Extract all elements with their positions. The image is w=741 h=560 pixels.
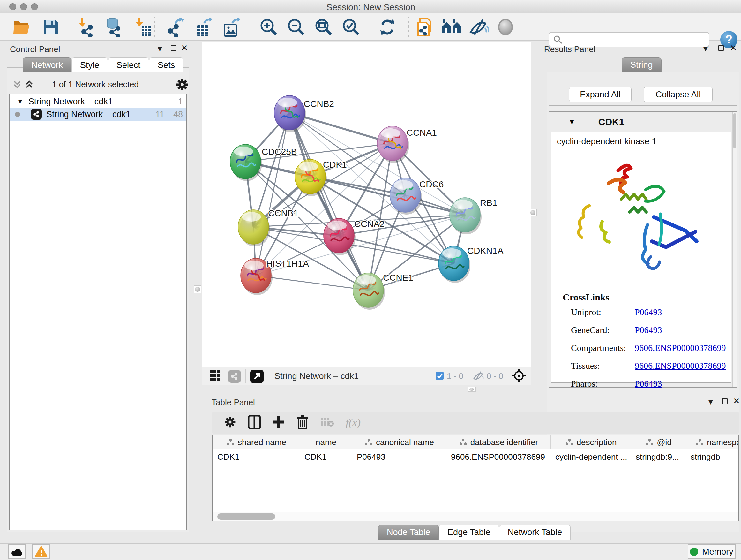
crosslink-row: Tissues:9606.ENSP00000378699: [571, 361, 727, 371]
search-input[interactable]: [562, 35, 700, 45]
network-node-CDC25B[interactable]: [230, 144, 262, 181]
crosslink-value-link[interactable]: P06493: [635, 325, 662, 335]
cloud-services-button[interactable]: [8, 544, 26, 559]
results-scrollbar[interactable]: [732, 112, 737, 387]
tab-network-table[interactable]: Network Table: [499, 524, 571, 540]
tab-node-table[interactable]: Node Table: [378, 524, 439, 540]
table-panel-float-icon[interactable]: [722, 398, 728, 404]
zoom-out-icon[interactable]: [286, 17, 307, 38]
tab-edge-table[interactable]: Edge Table: [439, 524, 499, 540]
network-node-CCNA2[interactable]: [324, 219, 355, 255]
tab-string[interactable]: String: [622, 57, 662, 72]
column-header-shared-name[interactable]: shared name: [213, 435, 300, 449]
export-network-icon[interactable]: [165, 17, 187, 38]
grid-view-icon[interactable]: [209, 370, 221, 383]
function-builder-icon: f(x): [346, 417, 360, 429]
network-collection-row[interactable]: ▼ String Network – cdk1 1: [10, 94, 186, 108]
column-header-namespace[interactable]: namespace: [686, 435, 739, 449]
show-columns-icon[interactable]: [248, 415, 261, 430]
collapse-all-button[interactable]: Collapse All: [644, 86, 713, 103]
collapse-all-tree-icon[interactable]: [12, 79, 23, 91]
network-options-gear-icon[interactable]: [175, 78, 189, 93]
crosslink-value-link[interactable]: 9606.ENSP00000378699: [635, 361, 726, 371]
network-node-CCNB2[interactable]: [274, 96, 306, 132]
tab-style[interactable]: Style: [71, 57, 108, 72]
fit-selected-crosshair-icon[interactable]: [512, 368, 526, 384]
network-share-view-icon[interactable]: [228, 370, 241, 383]
table-cell[interactable]: CDK1: [213, 450, 300, 463]
tab-select[interactable]: Select: [108, 57, 149, 72]
birdseye-view-icon[interactable]: [250, 370, 264, 383]
import-table-icon[interactable]: [132, 17, 153, 38]
network-node-RB1[interactable]: [450, 198, 482, 234]
results-panel-float-icon[interactable]: [718, 45, 724, 51]
hide-panels-icon[interactable]: [468, 17, 489, 38]
table-cell[interactable]: CDK1: [300, 450, 352, 463]
selected-checkbox-icon[interactable]: [435, 371, 444, 381]
network-node-CCNA1[interactable]: [377, 126, 409, 163]
crosslink-value-link[interactable]: 9606.ENSP00000378699: [635, 343, 726, 353]
export-table-icon[interactable]: [194, 17, 215, 38]
left-splitter-handle[interactable]: [194, 286, 201, 293]
table-horizontal-scrollbar[interactable]: [213, 512, 738, 521]
collection-expand-icon[interactable]: ▼: [17, 98, 23, 105]
crosslink-value-link[interactable]: P06493: [635, 379, 662, 389]
network-node-CDK1[interactable]: [295, 159, 327, 196]
results-panel-close-icon[interactable]: ✕: [730, 43, 737, 53]
network-row[interactable]: String Network – cdk1 11 48: [10, 108, 186, 121]
clone-network-view-icon[interactable]: [414, 17, 435, 38]
table-cell[interactable]: 9606.ENSP00000378699: [447, 450, 551, 463]
bottom-splitter-handle[interactable]: [468, 387, 476, 392]
node-label-CCNB1: CCNB1: [268, 208, 298, 218]
tab-network[interactable]: Network: [23, 57, 71, 72]
table-panel-close-icon[interactable]: ✕: [733, 396, 740, 406]
import-network-database-icon[interactable]: [103, 17, 124, 38]
crosslink-value-link[interactable]: P06493: [635, 307, 662, 317]
table-cell[interactable]: stringdb: [686, 450, 739, 463]
right-splitter-handle[interactable]: [529, 209, 537, 216]
zoom-in-icon[interactable]: [258, 17, 279, 38]
column-header-canonical-name[interactable]: canonical name: [352, 435, 447, 449]
crosslink-label: GeneCard:: [571, 325, 635, 335]
warnings-button[interactable]: [32, 544, 50, 559]
control-panel-close-icon[interactable]: ✕: [181, 43, 188, 53]
table-cell[interactable]: stringdb:9...: [631, 450, 686, 463]
table-toolbar: f(x): [212, 412, 739, 434]
delete-column-icon[interactable]: [296, 415, 309, 431]
scrollbar-thumb[interactable]: [217, 513, 275, 520]
table-settings-gear-icon[interactable]: [224, 416, 237, 430]
import-network-file-icon[interactable]: [75, 17, 96, 38]
column-header-description[interactable]: description: [551, 435, 631, 449]
result-card-header[interactable]: ▼ CDK1: [549, 112, 737, 132]
results-panel-menu-icon[interactable]: ▼: [702, 44, 710, 53]
network-edge-CCNB2-HIST1H1A[interactable]: [256, 113, 289, 275]
network-node-CCNE1[interactable]: [353, 273, 385, 310]
column-header-@id[interactable]: @id: [631, 435, 686, 449]
network-edge-HIST1H1A-CCNE1[interactable]: [256, 275, 368, 290]
collapse-entry-icon[interactable]: ▼: [568, 118, 576, 126]
memory-button[interactable]: Memory: [688, 544, 736, 559]
shared-column-icon: [459, 438, 467, 446]
tab-sets[interactable]: Sets: [149, 57, 184, 72]
table-cell[interactable]: P06493: [352, 450, 447, 463]
crosslinks-heading: CrossLinks: [562, 292, 609, 303]
apply-layout-icon[interactable]: [377, 17, 398, 38]
column-header-name[interactable]: name: [300, 435, 352, 449]
zoom-selected-icon[interactable]: [340, 17, 361, 38]
save-session-icon[interactable]: [40, 17, 61, 38]
network-canvas[interactable]: CCNB2CCNA1CDC25BCDK1CDC6RB1CCNB1CCNA2CDK…: [202, 42, 531, 367]
export-image-icon[interactable]: [221, 17, 242, 38]
zoom-fit-icon[interactable]: [313, 17, 334, 38]
toolbar-separator: [408, 17, 409, 37]
network-node-CDKN1A[interactable]: [439, 246, 470, 283]
control-panel-menu-icon[interactable]: ▼: [156, 44, 164, 53]
expand-all-button[interactable]: Expand All: [569, 86, 631, 103]
table-cell[interactable]: cyclin-dependent ...: [551, 450, 631, 463]
control-panel-float-icon[interactable]: [171, 45, 176, 51]
column-header-database-identifier[interactable]: database identifier: [447, 435, 551, 449]
table-panel-menu-icon[interactable]: ▼: [707, 397, 715, 407]
add-column-icon[interactable]: [272, 415, 285, 430]
open-session-icon[interactable]: [11, 17, 32, 38]
show-all-panels-icon[interactable]: [441, 17, 462, 38]
expand-all-tree-icon[interactable]: [24, 79, 35, 91]
